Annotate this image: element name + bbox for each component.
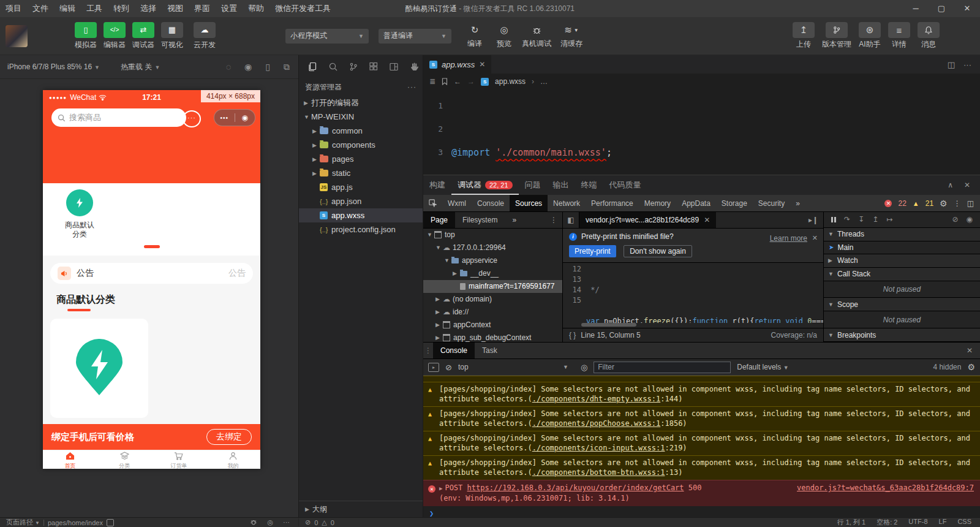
tree-folder-common[interactable]: ▶common [299, 124, 423, 138]
dock-side-icon[interactable]: ◫ [967, 199, 974, 208]
version-manage-button[interactable]: 版本管理 [818, 22, 855, 50]
collapse-panel-icon[interactable]: ∧ [948, 181, 953, 189]
record-icon[interactable]: ◎ [267, 518, 273, 526]
console-warning[interactable]: ▲ [pages/shopping/index] Some selectors … [423, 406, 980, 431]
more-tabs-icon[interactable]: » [790, 195, 805, 211]
vendor-source-link[interactable]: vendor.js?t=wechat&s_63aac28b1f264dc89:7 [797, 483, 974, 492]
cloud-dev-button[interactable]: ☁ 云开发 [190, 22, 219, 50]
devtools-tab-performance[interactable]: Performance [586, 195, 639, 211]
console-sidebar-icon[interactable]: ▸ [428, 363, 439, 372]
levels-select[interactable]: Default levels ▼ [737, 363, 788, 371]
search-icon[interactable] [328, 62, 338, 72]
menu-devtools[interactable]: 微信开发者工具 [270, 3, 336, 14]
clear-console-icon[interactable]: ⊘ [445, 363, 452, 372]
node-ide[interactable]: ▶☁ide:// [423, 306, 562, 319]
tree-folder-static[interactable]: ▶static [299, 166, 423, 180]
sources-tab-page[interactable]: Page [423, 212, 455, 228]
eye-icon[interactable]: ◎ [581, 363, 587, 372]
visualization-button[interactable]: ▦ 可视化 [158, 22, 186, 50]
console-warning[interactable]: ▲ [pages/shopping/index] Some selectors … [423, 382, 980, 406]
sources-tab-filesystem[interactable]: Filesystem [455, 212, 505, 228]
back-icon[interactable]: ← [454, 77, 461, 86]
chat-bubble-icon[interactable]: ··· [183, 110, 201, 127]
encoding[interactable]: UTF-8 [908, 518, 927, 527]
node-dev[interactable]: ▶__dev__ [423, 267, 562, 280]
user-avatar[interactable] [6, 25, 28, 47]
copy-icon[interactable] [107, 519, 114, 526]
menu-help[interactable]: 帮助 [243, 3, 270, 14]
step-into-icon[interactable]: ↧ [858, 215, 864, 224]
menu-interface[interactable]: 界面 [189, 3, 216, 14]
maximize-button[interactable]: ▢ [929, 0, 954, 17]
kebab-menu-icon[interactable]: ⋮ [954, 199, 961, 208]
wxss-source-link[interactable]: ./components/dht-empty.wxss:1 [532, 395, 661, 403]
editor-button[interactable]: </> 编辑器 [100, 22, 129, 50]
close-button[interactable]: ✕ [954, 0, 980, 17]
tree-folder-pages[interactable]: ▶pages [299, 152, 423, 166]
devtools-tab-wxml[interactable]: Wxml [442, 195, 472, 211]
status-problems-segment[interactable]: ⊘0 △0 [298, 518, 423, 526]
tab-home[interactable]: 首页 [43, 450, 97, 469]
capsule-close-button[interactable]: ◉ [235, 113, 255, 122]
horizontal-scrollbar[interactable] [581, 323, 636, 327]
menu-view[interactable]: 视图 [162, 3, 189, 14]
section-scope[interactable]: ▼Scope [824, 298, 980, 311]
close-panel-icon[interactable]: ✕ [964, 181, 970, 189]
debugger-button[interactable]: ⇄ 调试器 [129, 22, 157, 50]
close-infobar-icon[interactable]: ✕ [812, 234, 818, 242]
forward-icon[interactable]: → [467, 77, 475, 86]
indentation[interactable]: 空格: 2 [876, 518, 897, 527]
bug-icon[interactable] [250, 518, 257, 526]
node-appservice[interactable]: ▼appservice [423, 254, 562, 267]
more-tabs-icon[interactable]: » [505, 212, 524, 228]
rotate-icon[interactable]: ◌ [226, 62, 231, 72]
devtools-tab-storage[interactable]: Storage [716, 195, 753, 211]
wxss-source-link[interactable]: ./components/icon-input.wxss:1 [532, 444, 665, 452]
compile-button[interactable]: ↻ 编译 [460, 23, 489, 49]
console-error[interactable]: ✕ vendor.js?t=wechat&s_63aac28b1f264dc89… [423, 480, 980, 506]
console-settings-icon[interactable]: ⚙ [967, 362, 975, 372]
close-drawer-icon[interactable]: ✕ [967, 343, 980, 358]
expand-icon[interactable]: ▶ [439, 485, 442, 491]
tab-category[interactable]: 分类 [97, 450, 152, 469]
outline-section[interactable]: ▶大纲 [299, 501, 423, 517]
pause-on-exceptions-icon[interactable]: ◉ [967, 215, 973, 224]
console-prompt[interactable]: ❯ [423, 506, 980, 517]
dont-show-again-button[interactable]: Don't show again [624, 245, 692, 257]
menu-goto[interactable]: 转到 [108, 3, 135, 14]
close-tab-icon[interactable]: ✕ [479, 60, 485, 69]
tab-output[interactable]: 输出 [547, 175, 575, 195]
ai-assistant-button[interactable]: ⊛ AI助手 [855, 22, 884, 50]
device-select[interactable]: iPhone 6/7/8 Plus 85% 16▼ [7, 63, 100, 71]
pretty-print-button[interactable]: Pretty-print [569, 245, 616, 257]
tab-mine[interactable]: 我的 [206, 450, 260, 469]
device-debug-button[interactable]: 真机调试 [519, 23, 554, 49]
product-card[interactable] [50, 319, 148, 418]
tree-folder-components[interactable]: ▶components [299, 138, 423, 152]
devtools-tab-network[interactable]: Network [548, 195, 586, 211]
language-mode[interactable]: CSS [957, 518, 971, 527]
upload-button[interactable]: ↥ 上传 [789, 22, 818, 50]
preview-button[interactable]: ◎ 预览 [489, 23, 519, 49]
devtools-tab-appdata[interactable]: AppData [676, 195, 716, 211]
search-input[interactable]: 搜索商品 [51, 108, 186, 127]
eol[interactable]: LF [939, 518, 947, 527]
section-call-stack[interactable]: ▼Call Stack [824, 268, 980, 281]
vendor-js-tab[interactable]: vendor.js?t=wec...ac28b1f264dc89 ✕ [579, 212, 716, 228]
menu-edit[interactable]: 编辑 [54, 3, 81, 14]
minimize-button[interactable]: ─ [903, 0, 929, 17]
more-actions-icon[interactable]: ··· [407, 83, 417, 91]
menu-select[interactable]: 选择 [135, 3, 162, 14]
node-sub-debugcontext[interactable]: ▶app_sub_debugContext [423, 332, 562, 342]
drag-handle-icon[interactable]: ⋮ [423, 343, 433, 358]
tab-app-wxss[interactable]: S app.wxss ✕ [423, 55, 492, 74]
device-frame-icon[interactable]: ▯ [265, 62, 270, 72]
tree-file-app-wxss[interactable]: Sapp.wxss [299, 208, 423, 222]
context-select[interactable]: top▼ [458, 363, 575, 371]
devtools-settings-icon[interactable]: ⚙ [940, 199, 948, 208]
tree-file-app-json[interactable]: {..}app.json [299, 194, 423, 208]
extensions-icon[interactable] [369, 62, 379, 72]
close-tab-icon[interactable]: ✕ [704, 216, 710, 224]
cursor-position[interactable]: 行 1, 列 1 [837, 518, 865, 527]
devtools-tab-console[interactable]: Console [472, 195, 510, 211]
